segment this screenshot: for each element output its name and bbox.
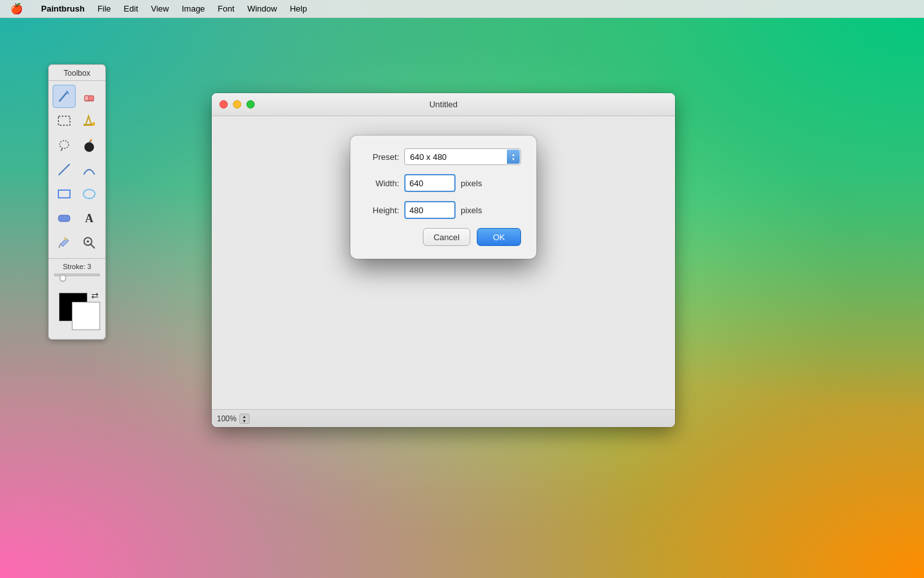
menu-window[interactable]: Window [242, 3, 282, 15]
tool-line[interactable] [53, 158, 76, 181]
tool-bomb[interactable] [78, 134, 101, 157]
tool-eraser[interactable] [78, 85, 101, 108]
tool-grid: A [49, 85, 105, 254]
stroke-section: Stroke: 3 [49, 258, 105, 285]
cancel-button[interactable]: Cancel [423, 228, 470, 246]
window-titlebar: Untitled [212, 93, 675, 116]
width-unit-label: pixels [461, 179, 482, 188]
zoom-down-arrow[interactable]: ▼ [240, 419, 249, 423]
svg-point-6 [92, 122, 95, 126]
tool-rounded-rect[interactable] [53, 207, 76, 230]
window-maximize-button[interactable] [246, 100, 255, 109]
tool-zoom[interactable] [78, 231, 101, 254]
svg-rect-15 [58, 190, 70, 198]
menu-image[interactable]: Image [176, 3, 210, 15]
menu-view[interactable]: View [146, 3, 174, 15]
zoom-stepper[interactable]: ▲ ▼ [239, 414, 250, 424]
dialog-buttons: Cancel OK [366, 228, 521, 246]
new-image-dialog: Preset: 640 x 480 800 x 600 1024 x 768 1… [350, 136, 536, 259]
height-unit-label: pixels [461, 206, 482, 215]
zoom-value: 100% [217, 414, 237, 423]
height-input[interactable] [404, 201, 456, 219]
tool-text[interactable]: A [78, 207, 101, 230]
svg-point-16 [83, 189, 95, 198]
svg-rect-8 [83, 124, 92, 126]
svg-rect-5 [58, 116, 70, 125]
ok-button[interactable]: OK [477, 228, 521, 246]
preset-select-wrapper: 640 x 480 800 x 600 1024 x 768 1280 x 10… [404, 148, 521, 165]
menu-font[interactable]: Font [212, 3, 239, 15]
width-label: Width: [366, 179, 399, 188]
svg-line-0 [60, 92, 67, 101]
canvas-area[interactable]: Preset: 640 x 480 800 x 600 1024 x 768 1… [212, 116, 675, 409]
width-input[interactable] [404, 174, 456, 192]
height-row: Height: pixels [366, 201, 521, 219]
svg-point-9 [60, 141, 69, 148]
window-close-button[interactable] [219, 100, 228, 109]
menubar: 🍎 Paintbrush File Edit View Image Font W… [0, 0, 924, 18]
svg-rect-17 [58, 215, 70, 222]
menu-file[interactable]: File [92, 3, 116, 15]
width-row: Width: pixels [366, 174, 521, 192]
stroke-slider[interactable] [54, 274, 100, 283]
svg-point-13 [90, 139, 92, 141]
tool-pencil[interactable] [53, 85, 76, 108]
tool-ellipse[interactable] [78, 182, 101, 206]
tool-select-rect[interactable] [53, 109, 76, 132]
preset-label: Preset: [366, 152, 399, 162]
svg-line-19 [59, 244, 60, 248]
svg-line-21 [90, 244, 94, 248]
apple-menu[interactable]: 🍎 [5, 1, 28, 16]
window-minimize-button[interactable] [233, 100, 241, 109]
svg-point-18 [64, 238, 67, 240]
main-window: Untitled Preset: 640 x 480 800 x 600 102… [212, 93, 675, 427]
height-label: Height: [366, 206, 399, 215]
window-title: Untitled [429, 100, 458, 109]
svg-point-11 [85, 143, 94, 152]
tool-curve[interactable] [78, 158, 101, 181]
svg-line-12 [89, 141, 91, 143]
dialog-overlay: Preset: 640 x 480 800 x 600 1024 x 768 1… [212, 116, 675, 409]
tool-fill[interactable] [78, 109, 101, 132]
zoom-up-arrow[interactable]: ▲ [240, 414, 249, 419]
svg-rect-3 [85, 96, 89, 101]
toolbox-panel: Toolbox [48, 64, 106, 340]
window-controls [219, 100, 255, 109]
tool-eyedropper[interactable] [53, 231, 76, 254]
menu-edit[interactable]: Edit [119, 3, 143, 15]
svg-line-14 [59, 164, 69, 175]
app-name[interactable]: Paintbrush [36, 3, 90, 15]
stroke-label: Stroke: 3 [54, 263, 100, 270]
background-color[interactable] [72, 302, 100, 330]
swap-colors-icon[interactable]: ⇄ [91, 290, 99, 301]
preset-row: Preset: 640 x 480 800 x 600 1024 x 768 1… [366, 148, 521, 165]
preset-dropdown[interactable]: 640 x 480 800 x 600 1024 x 768 1280 x 10… [404, 148, 521, 165]
tool-lasso[interactable] [53, 134, 76, 157]
svg-line-10 [61, 148, 62, 151]
window-statusbar: 100% ▲ ▼ [212, 409, 675, 427]
tool-rectangle[interactable] [53, 182, 76, 206]
color-section: ⇄ [49, 285, 105, 331]
toolbox-title: Toolbox [49, 65, 105, 81]
menu-help[interactable]: Help [285, 3, 312, 15]
